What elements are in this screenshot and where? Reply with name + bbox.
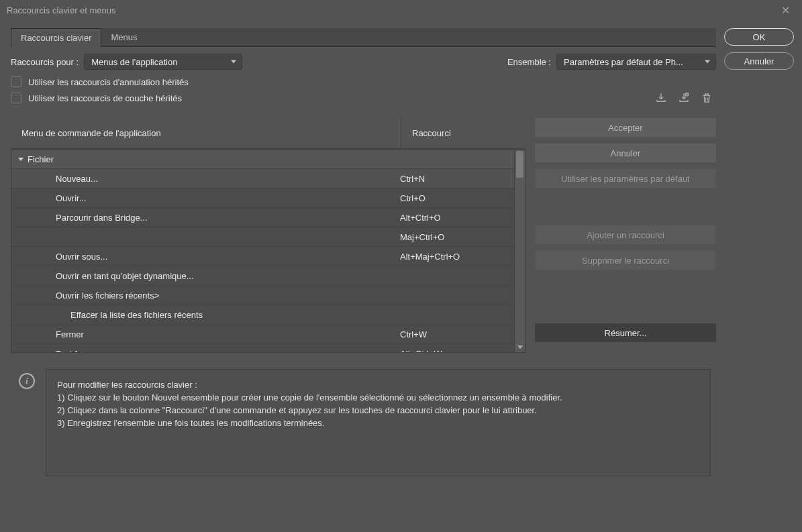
table-row[interactable]: FermerCtrl+W xyxy=(11,325,514,344)
shortcut-cell[interactable]: Ctrl+W xyxy=(400,329,514,339)
shortcut-cell[interactable]: Alt+Ctrl+W xyxy=(400,349,514,353)
command-cell: Tout fermer xyxy=(28,349,400,353)
command-cell: Ouvrir sous... xyxy=(28,252,400,262)
tab-shortcuts[interactable]: Raccourcis clavier xyxy=(11,28,101,47)
chevron-down-icon xyxy=(18,158,23,161)
table-row[interactable]: Effacer la liste des fichiers récents xyxy=(11,305,514,325)
delete-shortcut-button[interactable]: Supprimer le raccourci xyxy=(535,251,716,270)
add-shortcut-button[interactable]: Ajouter un raccourci xyxy=(535,225,716,244)
legacy-undo-label: Utiliser les raccourcis d'annulation hér… xyxy=(28,77,189,87)
info-text: Pour modifier les raccourcis clavier : 1… xyxy=(46,369,711,476)
column-command-header: Menu de commande de l'application xyxy=(11,128,401,138)
ensemble-label: Ensemble : xyxy=(507,57,551,67)
window-title: Raccourcis clavier et menus xyxy=(7,5,116,15)
ok-button[interactable]: OK xyxy=(724,28,794,46)
shortcuts-for-value: Menus de l'application xyxy=(91,57,177,67)
table-row[interactable]: Ouvrir...Ctrl+O xyxy=(11,189,514,208)
shortcut-cell[interactable]: Maj+Ctrl+O xyxy=(400,232,514,242)
command-cell: Nouveau... xyxy=(28,174,400,184)
shortcuts-for-select[interactable]: Menus de l'application xyxy=(84,54,242,70)
legacy-layer-label: Utiliser les raccourcis de couche hérité… xyxy=(28,93,182,103)
info-icon: i xyxy=(19,373,35,389)
legacy-layer-checkbox[interactable] xyxy=(11,93,21,103)
shortcut-cell[interactable]: Ctrl+O xyxy=(400,193,514,203)
undo-button[interactable]: Annuler xyxy=(535,144,716,162)
command-cell: Parcourir dans Bridge... xyxy=(28,213,400,223)
save-set-icon[interactable] xyxy=(654,91,668,105)
command-cell: Ouvrir les fichiers récents> xyxy=(28,290,400,301)
scroll-down-icon[interactable] xyxy=(515,341,525,352)
trash-icon[interactable] xyxy=(700,91,713,105)
command-cell: Ouvrir... xyxy=(28,193,400,203)
tab-menus[interactable]: Menus xyxy=(101,28,146,46)
shortcut-cell[interactable]: Alt+Maj+Ctrl+O xyxy=(400,252,514,262)
legacy-undo-checkbox[interactable] xyxy=(11,76,21,87)
table-row[interactable]: Parcourir dans Bridge...Alt+Ctrl+O xyxy=(11,208,514,227)
group-row-fichier[interactable]: Fichier xyxy=(11,150,514,169)
shortcut-cell[interactable]: Alt+Ctrl+O xyxy=(400,213,514,223)
command-cell: Ouvrir en tant qu'objet dynamique... xyxy=(28,271,400,281)
shortcuts-for-label: Raccourcis pour : xyxy=(11,57,79,67)
new-set-icon[interactable] xyxy=(677,91,691,105)
close-icon[interactable]: ✕ xyxy=(776,1,795,19)
summarize-button[interactable]: Résumer... xyxy=(535,323,716,342)
table-row[interactable]: Nouveau...Ctrl+N xyxy=(11,169,514,189)
accept-button[interactable]: Accepter xyxy=(535,118,716,137)
column-shortcut-header: Raccourci xyxy=(401,118,525,148)
chevron-down-icon xyxy=(705,60,710,64)
ensemble-value: Paramètres par défaut de Ph... xyxy=(564,57,683,67)
scrollbar-thumb[interactable] xyxy=(516,151,523,178)
table-row[interactable]: Ouvrir en tant qu'objet dynamique... xyxy=(11,266,514,286)
group-label: Fichier xyxy=(28,154,400,164)
table-row[interactable]: Maj+Ctrl+O xyxy=(11,227,514,247)
shortcut-cell[interactable]: Ctrl+N xyxy=(400,174,514,184)
ensemble-select[interactable]: Paramètres par défaut de Ph... xyxy=(556,54,716,70)
command-cell: Fermer xyxy=(28,329,400,339)
cancel-button[interactable]: Annuler xyxy=(724,52,794,70)
table-row[interactable]: Tout fermerAlt+Ctrl+W xyxy=(11,344,514,352)
use-default-button[interactable]: Utiliser les paramètres par défaut xyxy=(535,169,716,188)
command-cell: Effacer la liste des fichiers récents xyxy=(28,310,400,320)
table-row[interactable]: Ouvrir les fichiers récents> xyxy=(11,286,514,305)
scrollbar[interactable] xyxy=(514,150,525,352)
table-row[interactable]: Ouvrir sous...Alt+Maj+Ctrl+O xyxy=(11,247,514,266)
chevron-down-icon xyxy=(231,60,236,64)
